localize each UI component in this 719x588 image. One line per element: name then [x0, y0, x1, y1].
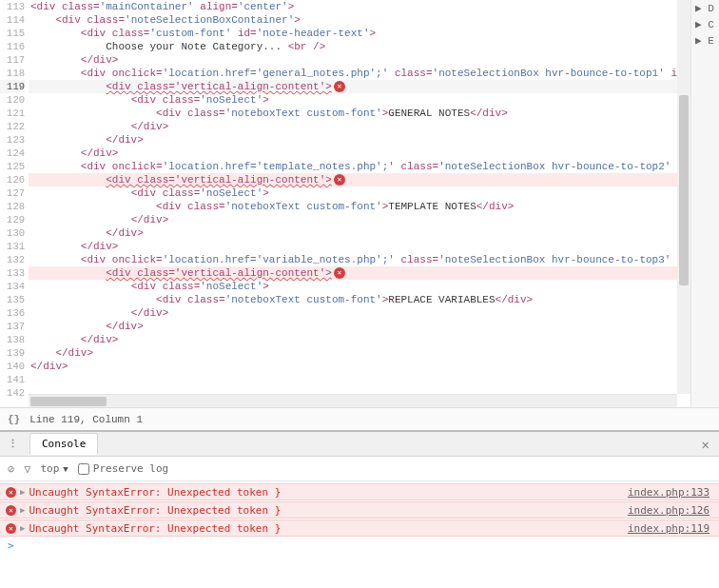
- error-message: Uncaught SyntaxError: Unexpected token }: [29, 522, 281, 535]
- clear-console-icon[interactable]: ⊘: [8, 462, 14, 476]
- code-line[interactable]: <div class='mainContainer' align='center…: [29, 0, 719, 13]
- code-line[interactable]: </div>: [29, 120, 719, 133]
- error-badge-icon: ✕: [334, 174, 345, 186]
- code-line[interactable]: </div>: [29, 213, 719, 226]
- code-line[interactable]: [29, 373, 719, 386]
- code-line[interactable]: <div onclick='location.href='variable_no…: [29, 253, 719, 266]
- code-line[interactable]: <div class='noteSelectionBoxContainer'>: [29, 13, 719, 27]
- horizontal-scrollbar[interactable]: [29, 394, 677, 407]
- error-source-link[interactable]: index.php:133: [628, 486, 709, 499]
- braces-icon[interactable]: {}: [8, 414, 20, 425]
- error-icon: ✕: [6, 523, 16, 534]
- preserve-log-label[interactable]: Preserve log: [78, 462, 168, 475]
- more-icon[interactable]: ⋮: [0, 438, 26, 450]
- code-line[interactable]: <div onclick='location.href='template_no…: [29, 160, 719, 173]
- line-gutter[interactable]: 1131141151161171181191201211221231241251…: [0, 0, 29, 407]
- code-line[interactable]: </div>: [29, 320, 719, 333]
- console-toolbar: ⊘ ▽ top ▼ Preserve log: [0, 457, 719, 481]
- code-line[interactable]: <div class='vertical-align-content'>✕: [29, 80, 719, 93]
- crumb-3[interactable]: ▶ E: [691, 32, 719, 49]
- expand-icon[interactable]: ▶: [20, 487, 25, 497]
- status-bar: {} Line 119, Column 1: [0, 407, 719, 430]
- console-tab[interactable]: Console: [29, 433, 98, 455]
- chevron-down-icon: ▼: [63, 464, 68, 474]
- code-line[interactable]: <div class='noSelect'>: [29, 93, 719, 107]
- console-prompt[interactable]: >: [0, 538, 719, 554]
- context-value: top: [40, 462, 59, 475]
- crumb-2[interactable]: ▶ C: [691, 16, 719, 32]
- code-line[interactable]: </div>: [29, 53, 719, 67]
- code-line[interactable]: </div>: [29, 133, 719, 147]
- code-line[interactable]: <div class='custom-font' id='note-header…: [29, 27, 719, 40]
- crumb-1[interactable]: ▶ D: [691, 0, 719, 16]
- code-line[interactable]: <div class='noSelect'>: [29, 280, 719, 293]
- status-text: Line 119, Column 1: [29, 414, 143, 425]
- code-line[interactable]: </div>: [29, 226, 719, 240]
- error-source-link[interactable]: index.php:126: [628, 504, 709, 517]
- error-badge-icon: ✕: [334, 81, 345, 92]
- code-line[interactable]: Choose your Note Category... <br />: [29, 40, 719, 53]
- code-line[interactable]: </div>: [29, 333, 719, 346]
- expand-icon[interactable]: ▶: [20, 505, 25, 515]
- error-icon: ✕: [6, 505, 16, 516]
- close-panel-icon[interactable]: ✕: [692, 437, 719, 452]
- context-dropdown[interactable]: top ▼: [40, 462, 68, 475]
- console-error-row[interactable]: ✕▶Uncaught SyntaxError: Unexpected token…: [0, 519, 719, 537]
- console-error-row[interactable]: ✕▶Uncaught SyntaxError: Unexpected token…: [0, 501, 719, 519]
- hscroll-thumb[interactable]: [30, 397, 107, 406]
- code-line[interactable]: <div class='noteboxText custom-font'>REP…: [29, 293, 719, 306]
- error-badge-icon: ✕: [334, 267, 345, 279]
- code-line[interactable]: <div class='noSelect'>: [29, 186, 719, 200]
- console-error-row[interactable]: ✕▶Uncaught SyntaxError: Unexpected token…: [0, 483, 719, 500]
- error-message: Uncaught SyntaxError: Unexpected token }: [29, 486, 281, 499]
- code-line[interactable]: </div>: [29, 147, 719, 160]
- console-body[interactable]: ✕▶Uncaught SyntaxError: Unexpected token…: [0, 481, 719, 556]
- filter-icon[interactable]: ▽: [24, 462, 30, 476]
- error-message: Uncaught SyntaxError: Unexpected token }: [29, 504, 281, 517]
- code-line[interactable]: <div class='noteboxText custom-font'>TEM…: [29, 200, 719, 213]
- code-line[interactable]: </div>: [29, 360, 719, 373]
- console-panel: ⋮ Console ✕ ⊘ ▽ top ▼ Preserve log ✕▶Unc…: [0, 430, 719, 588]
- code-line[interactable]: <div onclick='location.href='general_not…: [29, 67, 719, 80]
- side-panel-crumbs[interactable]: ▶ D ▶ C ▶ E: [690, 0, 719, 407]
- error-icon: ✕: [6, 487, 16, 498]
- preserve-log-text: Preserve log: [93, 462, 168, 475]
- preserve-log-checkbox[interactable]: [78, 463, 89, 475]
- code-editor[interactable]: 1131141151161171181191201211221231241251…: [0, 0, 719, 407]
- vscroll-thumb[interactable]: [679, 95, 689, 285]
- expand-icon[interactable]: ▶: [20, 523, 25, 533]
- code-line[interactable]: <div class='vertical-align-content'>✕: [29, 173, 719, 186]
- vertical-scrollbar[interactable]: [677, 0, 690, 394]
- code-line[interactable]: </div>: [29, 306, 719, 320]
- code-line[interactable]: <div class='noteboxText custom-font'>GEN…: [29, 107, 719, 120]
- code-line[interactable]: </div>: [29, 346, 719, 360]
- code-line[interactable]: </div>: [29, 240, 719, 253]
- code-line[interactable]: <div class='vertical-align-content'>✕: [29, 266, 719, 280]
- console-tabs: ⋮ Console ✕: [0, 432, 719, 457]
- error-source-link[interactable]: index.php:119: [628, 522, 709, 535]
- code-area[interactable]: <div class='mainContainer' align='center…: [29, 0, 719, 407]
